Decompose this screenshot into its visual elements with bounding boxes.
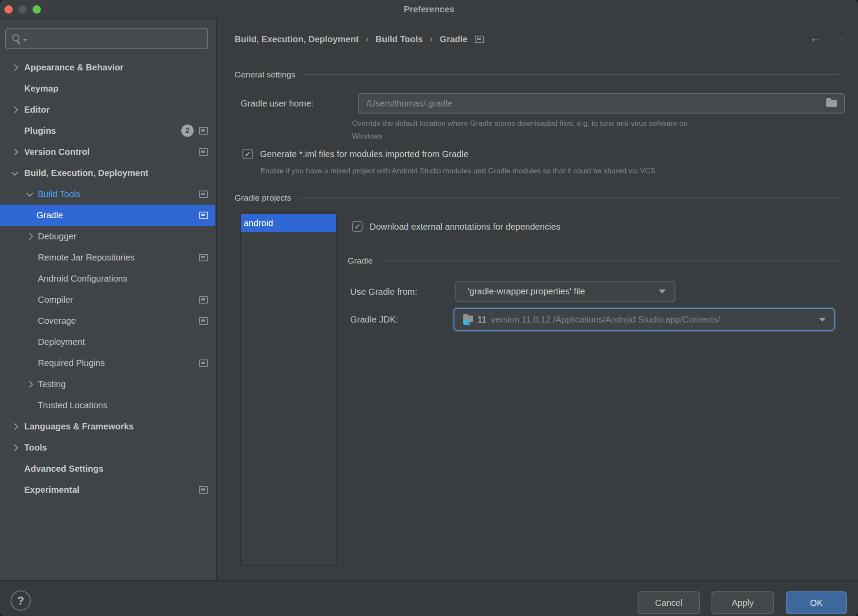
settings-pane-icon bbox=[199, 212, 208, 219]
chevron-placeholder bbox=[22, 289, 38, 310]
sidebar-item-coverage[interactable]: Coverage bbox=[0, 310, 215, 331]
settings-pane-icon bbox=[199, 317, 208, 325]
sidebar-item-languages-frameworks[interactable]: Languages & Frameworks bbox=[0, 416, 215, 437]
preferences-window: Preferences Appearance & Behavior Keymap… bbox=[0, 0, 858, 616]
chevron-right-icon[interactable] bbox=[9, 437, 24, 458]
breadcrumb-part: Gradle bbox=[440, 34, 467, 44]
download-annotations-checkbox[interactable]: ✓ bbox=[352, 221, 363, 232]
help-line: Windows bbox=[352, 130, 688, 143]
download-annotations-checkbox-row: ✓ Download external annotations for depe… bbox=[352, 221, 561, 232]
breadcrumb-part: Build, Execution, Deployment bbox=[235, 34, 359, 44]
search-field[interactable] bbox=[5, 28, 208, 49]
sidebar-item-plugins[interactable]: Plugins 2 bbox=[0, 120, 215, 141]
chevron-placeholder bbox=[22, 352, 38, 374]
breadcrumb: Build, Execution, Deployment › Build Too… bbox=[235, 32, 484, 47]
sidebar-item-remote-jar-repositories[interactable]: Remote Jar Repositories bbox=[0, 247, 215, 268]
sidebar-item-label: Trusted Locations bbox=[38, 400, 107, 411]
sidebar-item-label: Version Control bbox=[24, 147, 90, 157]
sidebar-item-build-tools[interactable]: Build Tools bbox=[0, 183, 215, 205]
sidebar-item-label: Editor bbox=[24, 105, 50, 115]
settings-pane-icon bbox=[199, 127, 208, 135]
use-gradle-from-label: Use Gradle from: bbox=[350, 286, 417, 298]
sidebar-item-label: Testing bbox=[38, 379, 66, 389]
chevron-right-icon[interactable] bbox=[22, 374, 38, 395]
sidebar-item-version-control[interactable]: Version Control bbox=[0, 141, 215, 162]
breadcrumb-separator-icon: › bbox=[430, 34, 433, 44]
breadcrumb-separator-icon: › bbox=[366, 34, 368, 44]
settings-pane-icon bbox=[199, 148, 208, 156]
sidebar-item-label: Keymap bbox=[24, 84, 59, 94]
sidebar-item-editor[interactable]: Editor bbox=[0, 99, 215, 120]
sidebar-item-label: Compiler bbox=[38, 295, 73, 305]
gradle-projects-list: android bbox=[240, 213, 337, 565]
sidebar-item-label: Advanced Settings bbox=[24, 464, 103, 474]
chevron-placeholder bbox=[22, 395, 38, 416]
generate-iml-checkbox[interactable]: ✓ bbox=[242, 149, 253, 159]
general-settings-section-header: General settings bbox=[235, 69, 839, 81]
sidebar-item-label: Build, Execution, Deployment bbox=[24, 168, 148, 178]
chevron-right-icon[interactable] bbox=[22, 226, 38, 247]
sidebar-item-label: Plugins bbox=[24, 126, 56, 136]
sidebar-item-android-configurations[interactable]: Android Configurations bbox=[0, 268, 215, 289]
help-icon: ? bbox=[17, 594, 24, 608]
chevron-right-icon[interactable] bbox=[9, 141, 24, 162]
sidebar-item-label: Languages & Frameworks bbox=[24, 422, 134, 432]
cancel-button[interactable]: Cancel bbox=[638, 591, 700, 614]
gradle-user-home-value: /Users/thomas/.gradle bbox=[367, 99, 826, 109]
dropdown-arrow-icon bbox=[819, 318, 826, 322]
download-annotations-label: Download external annotations for depend… bbox=[370, 222, 561, 232]
forward-icon: → bbox=[833, 30, 845, 45]
chevron-down-icon[interactable] bbox=[22, 183, 38, 205]
sidebar-item-appearance-behavior[interactable]: Appearance & Behavior bbox=[0, 57, 215, 78]
settings-pane-icon bbox=[199, 191, 208, 198]
chevron-right-icon[interactable] bbox=[9, 57, 24, 78]
sidebar-item-keymap[interactable]: Keymap bbox=[0, 78, 215, 99]
gradle-user-home-field[interactable]: /Users/thomas/.gradle bbox=[358, 93, 845, 114]
sidebar-item-debugger[interactable]: Debugger bbox=[0, 226, 215, 247]
help-button[interactable]: ? bbox=[11, 590, 31, 611]
chevron-placeholder bbox=[9, 120, 24, 141]
sidebar-item-testing[interactable]: Testing bbox=[0, 374, 215, 395]
jdk-path: version 11.0.12 /Applications/Android St… bbox=[491, 315, 814, 325]
gradle-user-home-label: Gradle user home: bbox=[241, 97, 314, 110]
sidebar-item-compiler[interactable]: Compiler bbox=[0, 289, 215, 310]
back-icon[interactable]: ← bbox=[810, 30, 821, 45]
sidebar-item-deployment[interactable]: Deployment bbox=[0, 331, 215, 352]
gradle-jdk-dropdown[interactable]: 11 version 11.0.12 /Applications/Android… bbox=[454, 308, 835, 331]
chevron-right-icon[interactable] bbox=[9, 99, 24, 120]
chevron-down-icon[interactable] bbox=[9, 162, 24, 183]
ok-button[interactable]: OK bbox=[786, 591, 847, 614]
section-rule bbox=[303, 74, 839, 75]
sidebar-item-experimental[interactable]: Experimental bbox=[0, 479, 215, 500]
gradle-subsection-header: Gradle bbox=[348, 255, 839, 267]
settings-tree: Appearance & Behavior Keymap Editor Plug… bbox=[0, 57, 215, 500]
search-input[interactable] bbox=[28, 29, 207, 48]
apply-button[interactable]: Apply bbox=[711, 591, 774, 614]
sidebar-item-advanced-settings[interactable]: Advanced Settings bbox=[0, 458, 215, 479]
jdk-version: 11 bbox=[477, 315, 487, 325]
sidebar-item-trusted-locations[interactable]: Trusted Locations bbox=[0, 395, 215, 416]
generate-iml-checkbox-row: ✓ Generate *.iml files for modules impor… bbox=[242, 149, 469, 159]
list-item-android[interactable]: android bbox=[241, 214, 336, 232]
chevron-right-icon[interactable] bbox=[9, 416, 24, 437]
chevron-placeholder bbox=[22, 247, 38, 268]
sidebar-item-tools[interactable]: Tools bbox=[0, 437, 215, 458]
sidebar-item-label: Gradle bbox=[37, 210, 63, 220]
sidebar-item-gradle[interactable]: Gradle bbox=[0, 205, 215, 226]
breadcrumb-part: Build Tools bbox=[376, 34, 423, 44]
search-options-caret-icon[interactable] bbox=[23, 39, 27, 41]
section-title: Gradle projects bbox=[235, 193, 291, 203]
window-title: Preferences bbox=[0, 4, 858, 15]
sidebar-item-label: Android Configurations bbox=[38, 274, 127, 284]
use-gradle-from-dropdown[interactable]: 'gradle-wrapper.properties' file bbox=[455, 281, 675, 302]
search-icon bbox=[11, 33, 22, 45]
browse-folder-icon[interactable] bbox=[826, 100, 837, 107]
sidebar-item-label: Appearance & Behavior bbox=[24, 62, 124, 73]
sidebar-item-required-plugins[interactable]: Required Plugins bbox=[0, 352, 215, 374]
dropdown-arrow-icon bbox=[659, 290, 666, 293]
sidebar-item-build-execution-deployment[interactable]: Build, Execution, Deployment bbox=[0, 162, 215, 183]
chevron-placeholder bbox=[22, 310, 38, 331]
generate-iml-label: Generate *.iml files for modules importe… bbox=[260, 149, 469, 159]
title-bar: Preferences bbox=[0, 0, 858, 19]
use-gradle-from-value: 'gradle-wrapper.properties' file bbox=[468, 286, 659, 297]
